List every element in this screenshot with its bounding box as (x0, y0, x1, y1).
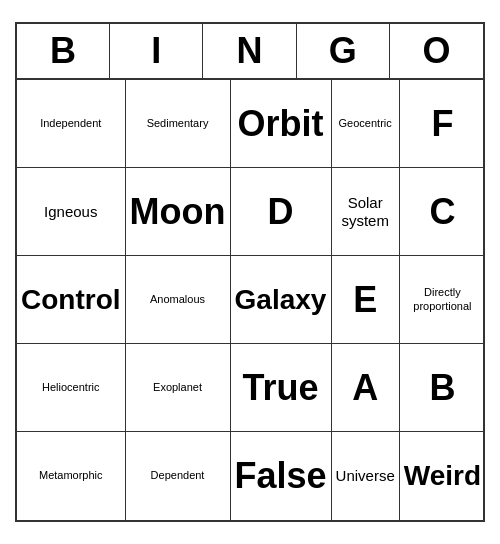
bingo-cell[interactable]: Directly proportional (400, 256, 485, 344)
bingo-grid: IndependentSedimentaryOrbitGeocentricFIg… (17, 80, 483, 520)
cell-text: Sedimentary (147, 117, 209, 130)
bingo-cell[interactable]: False (231, 432, 332, 520)
bingo-cell[interactable]: Solar system (332, 168, 400, 256)
cell-text: Dependent (151, 469, 205, 482)
bingo-cell[interactable]: Universe (332, 432, 400, 520)
bingo-cell[interactable]: F (400, 80, 485, 168)
cell-text: Anomalous (150, 293, 205, 306)
cell-text: Universe (336, 467, 395, 485)
bingo-cell[interactable]: Galaxy (231, 256, 332, 344)
cell-text: Galaxy (235, 283, 327, 317)
header-letter: G (297, 24, 390, 78)
bingo-cell[interactable]: Sedimentary (126, 80, 231, 168)
header-letter: O (390, 24, 483, 78)
bingo-cell[interactable]: Metamorphic (17, 432, 126, 520)
cell-text: A (352, 366, 378, 409)
bingo-cell[interactable]: Control (17, 256, 126, 344)
cell-text: True (243, 366, 319, 409)
bingo-cell[interactable]: True (231, 344, 332, 432)
bingo-header: BINGO (17, 24, 483, 80)
bingo-cell[interactable]: Anomalous (126, 256, 231, 344)
bingo-cell[interactable]: Moon (126, 168, 231, 256)
cell-text: Control (21, 283, 121, 317)
cell-text: Independent (40, 117, 101, 130)
bingo-cell[interactable]: Orbit (231, 80, 332, 168)
cell-text: C (429, 190, 455, 233)
bingo-cell[interactable]: Igneous (17, 168, 126, 256)
header-letter: I (110, 24, 203, 78)
bingo-cell[interactable]: C (400, 168, 485, 256)
bingo-card: BINGO IndependentSedimentaryOrbitGeocent… (15, 22, 485, 522)
bingo-cell[interactable]: Heliocentric (17, 344, 126, 432)
cell-text: Igneous (44, 203, 97, 221)
cell-text: D (268, 190, 294, 233)
cell-text: Exoplanet (153, 381, 202, 394)
cell-text: Orbit (238, 102, 324, 145)
cell-text: Geocentric (339, 117, 392, 130)
bingo-cell[interactable]: Geocentric (332, 80, 400, 168)
bingo-cell[interactable]: D (231, 168, 332, 256)
cell-text: B (429, 366, 455, 409)
bingo-cell[interactable]: E (332, 256, 400, 344)
bingo-cell[interactable]: Independent (17, 80, 126, 168)
cell-text: Metamorphic (39, 469, 103, 482)
cell-text: Weird (404, 459, 481, 493)
bingo-cell[interactable]: Exoplanet (126, 344, 231, 432)
bingo-cell[interactable]: A (332, 344, 400, 432)
header-letter: B (17, 24, 110, 78)
cell-text: Directly proportional (404, 286, 481, 312)
header-letter: N (203, 24, 296, 78)
bingo-cell[interactable]: B (400, 344, 485, 432)
cell-text: E (353, 278, 377, 321)
cell-text: F (431, 102, 453, 145)
bingo-cell[interactable]: Weird (400, 432, 485, 520)
cell-text: Solar system (336, 194, 395, 230)
cell-text: False (235, 454, 327, 497)
cell-text: Heliocentric (42, 381, 99, 394)
cell-text: Moon (130, 190, 226, 233)
bingo-cell[interactable]: Dependent (126, 432, 231, 520)
